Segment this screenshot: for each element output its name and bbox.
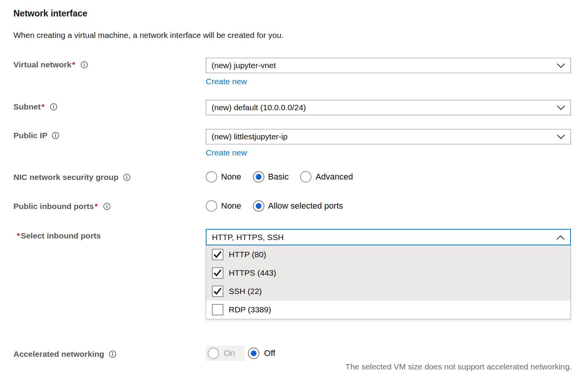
inbound-port-option-rdp[interactable]: RDP (3389) (206, 301, 571, 319)
virtual-network-label: Virtual network* (13, 60, 88, 71)
checkmark-icon (213, 251, 222, 258)
subnet-label: Subnet* (13, 102, 57, 113)
checkbox-checked[interactable] (212, 286, 223, 297)
info-icon[interactable] (50, 103, 57, 113)
select-inbound-ports-value: HTTP, HTTPS, SSH (212, 233, 284, 242)
info-icon[interactable] (109, 350, 116, 360)
required-asterisk: * (16, 231, 21, 240)
radio-disabled (208, 348, 219, 359)
accelerated-networking-toggle: On Off (206, 346, 275, 361)
radio-selected[interactable] (253, 200, 264, 212)
section-description: When creating a virtual machine, a netwo… (13, 31, 284, 40)
chevron-down-icon (557, 61, 565, 70)
accelerated-networking-note: The selected VM size does not support ac… (206, 362, 572, 371)
public-ip-value: (new) littlestjupyter-ip (212, 132, 287, 141)
chevron-up-icon (556, 233, 565, 242)
public-inbound-ports-radio-group: None Allow selected ports (206, 200, 343, 212)
checkmark-icon (213, 269, 222, 277)
subnet-value: (new) default (10.0.0.0/24) (212, 103, 306, 112)
inbound-ports-dropdown-panel: HTTP (80) HTTPS (443) SSH (22) RDP (3389… (206, 245, 571, 319)
public-inbound-ports-option-allow[interactable]: Allow selected ports (253, 200, 343, 212)
chevron-down-icon (557, 132, 565, 141)
info-icon[interactable] (52, 132, 59, 142)
nic-nsg-label: NIC network security group (13, 172, 131, 183)
required-asterisk: * (71, 60, 76, 69)
public-ip-create-new-link[interactable]: Create new (206, 148, 247, 157)
nic-nsg-option-basic[interactable]: Basic (253, 171, 289, 183)
radio-unselected[interactable] (206, 200, 217, 212)
virtual-network-value: (new) jupyter-vnet (212, 61, 276, 70)
radio-unselected[interactable] (300, 171, 312, 183)
nic-nsg-radio-group: None Basic Advanced (206, 171, 353, 183)
checkbox-checked[interactable] (212, 249, 223, 260)
network-interface-section: Network interface When creating a virtua… (0, 0, 587, 392)
info-icon[interactable] (123, 173, 131, 183)
checkbox-unchecked[interactable] (212, 304, 223, 315)
subnet-dropdown[interactable]: (new) default (10.0.0.0/24) (206, 100, 571, 115)
public-ip-dropdown[interactable]: (new) littlestjupyter-ip (206, 129, 571, 144)
select-inbound-ports-label: *Select inbound ports (16, 231, 101, 241)
public-inbound-ports-label: Public inbound ports* (13, 201, 111, 212)
public-ip-label: Public IP (13, 131, 59, 142)
nic-nsg-option-advanced[interactable]: Advanced (300, 171, 353, 183)
required-asterisk: * (41, 102, 45, 111)
info-icon[interactable] (103, 203, 111, 212)
checkbox-checked[interactable] (212, 267, 223, 279)
radio-unselected[interactable] (206, 171, 217, 183)
checkmark-icon (213, 287, 222, 295)
required-asterisk: * (94, 202, 98, 211)
select-inbound-ports-field[interactable]: HTTP, HTTPS, SSH (206, 229, 571, 245)
public-inbound-ports-option-none[interactable]: None (206, 200, 241, 212)
accelerated-networking-option-off[interactable]: Off (248, 348, 275, 359)
virtual-network-create-new-link[interactable]: Create new (206, 77, 247, 86)
accelerated-networking-label: Accelerated networking (13, 349, 116, 360)
virtual-network-dropdown[interactable]: (new) jupyter-vnet (206, 58, 571, 73)
info-icon[interactable] (80, 61, 88, 71)
inbound-port-option-http[interactable]: HTTP (80) (206, 245, 571, 264)
nic-nsg-option-none[interactable]: None (206, 171, 241, 183)
radio-selected[interactable] (253, 171, 264, 183)
inbound-port-option-ssh[interactable]: SSH (22) (206, 282, 571, 301)
radio-selected[interactable] (248, 348, 259, 359)
inbound-port-option-https[interactable]: HTTPS (443) (206, 264, 571, 282)
accelerated-networking-option-on-disabled: On (206, 346, 245, 361)
section-title: Network interface (13, 8, 87, 19)
chevron-down-icon (557, 103, 565, 112)
